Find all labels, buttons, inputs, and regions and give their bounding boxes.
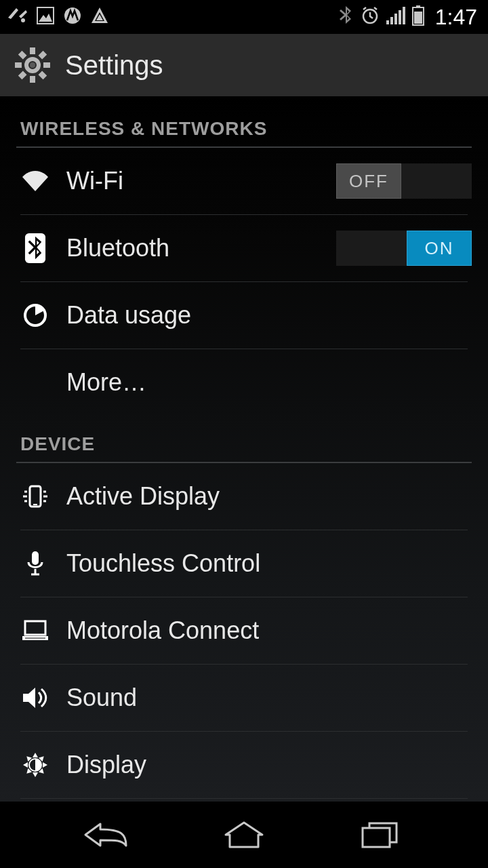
svg-rect-11 xyxy=(399,10,401,24)
svg-rect-10 xyxy=(394,14,397,24)
navigation-bar xyxy=(0,802,488,868)
item-label: Bluetooth xyxy=(54,234,336,262)
motorola-icon xyxy=(64,7,81,27)
svg-marker-43 xyxy=(23,762,28,768)
page-title: Settings xyxy=(65,50,163,81)
signal-icon xyxy=(386,7,405,27)
svg-rect-21 xyxy=(30,76,35,83)
item-label: Wi-Fi xyxy=(54,167,336,195)
wifi-icon xyxy=(16,170,54,192)
battery-icon xyxy=(412,5,424,28)
svg-rect-9 xyxy=(390,17,393,24)
microphone-icon xyxy=(16,550,54,577)
data-usage-icon xyxy=(16,303,54,328)
recents-button[interactable] xyxy=(346,814,413,855)
svg-rect-28 xyxy=(30,486,41,507)
status-left xyxy=(7,7,108,27)
svg-rect-19 xyxy=(43,62,50,68)
brightness-icon xyxy=(16,752,54,778)
svg-rect-8 xyxy=(386,20,389,24)
active-display-icon xyxy=(16,484,54,509)
bluetooth-icon xyxy=(16,233,54,263)
svg-marker-41 xyxy=(33,772,38,777)
section-header-wireless: WIRELESS & NETWORKS xyxy=(0,100,488,146)
item-motorola-connect[interactable]: Motorola Connect xyxy=(0,597,488,664)
wifi-toggle[interactable]: OFF xyxy=(336,163,472,199)
svg-rect-33 xyxy=(25,621,45,635)
item-label: Touchless Control xyxy=(54,549,472,578)
clock: 1:47 xyxy=(435,5,477,30)
laptop-icon xyxy=(16,620,54,642)
svg-rect-29 xyxy=(33,504,37,505)
item-data-usage[interactable]: Data usage xyxy=(0,282,488,349)
section-header-device: DEVICE xyxy=(0,416,488,462)
triangle-icon xyxy=(91,7,108,27)
toggle-knob: OFF xyxy=(336,163,401,199)
svg-rect-22 xyxy=(18,71,27,79)
svg-rect-18 xyxy=(38,51,47,60)
alarm-icon xyxy=(361,6,380,28)
svg-rect-23 xyxy=(15,62,22,68)
item-more[interactable]: More… xyxy=(0,349,488,416)
svg-marker-36 xyxy=(23,688,35,708)
warning-icon xyxy=(7,8,27,26)
item-display[interactable]: Display xyxy=(0,732,488,798)
svg-point-0 xyxy=(21,18,25,22)
item-touchless-control[interactable]: Touchless Control xyxy=(0,530,488,597)
svg-rect-20 xyxy=(38,71,47,79)
item-label: More… xyxy=(54,368,472,397)
item-label: Active Display xyxy=(54,482,472,511)
app-bar: Settings xyxy=(0,34,488,96)
status-right: 1:47 xyxy=(338,5,477,30)
divider xyxy=(20,798,468,799)
item-label: Data usage xyxy=(54,301,472,330)
svg-rect-46 xyxy=(363,828,390,847)
svg-rect-30 xyxy=(32,551,39,565)
bluetooth-toggle[interactable]: ON xyxy=(336,231,472,266)
item-wifi[interactable]: Wi-Fi OFF xyxy=(0,148,488,214)
svg-rect-15 xyxy=(414,12,422,24)
svg-rect-12 xyxy=(403,7,405,24)
svg-point-25 xyxy=(30,62,35,68)
svg-rect-17 xyxy=(30,47,35,54)
sound-icon xyxy=(16,686,54,709)
item-bluetooth[interactable]: Bluetooth ON xyxy=(0,215,488,281)
svg-marker-37 xyxy=(33,753,38,757)
back-button[interactable] xyxy=(75,814,142,855)
svg-marker-39 xyxy=(43,762,47,768)
item-label: Sound xyxy=(54,684,472,712)
settings-gear-icon xyxy=(14,46,52,84)
image-icon xyxy=(37,7,54,27)
settings-list: WIRELESS & NETWORKS Wi-Fi OFF Bluetooth … xyxy=(0,96,488,802)
toggle-knob: ON xyxy=(407,231,472,266)
svg-marker-2 xyxy=(39,14,52,22)
item-sound[interactable]: Sound xyxy=(0,665,488,731)
item-label: Display xyxy=(54,751,472,779)
item-active-display[interactable]: Active Display xyxy=(0,463,488,530)
status-bar: 1:47 xyxy=(0,0,488,34)
bluetooth-status-icon xyxy=(338,6,354,28)
home-button[interactable] xyxy=(210,814,278,855)
item-label: Motorola Connect xyxy=(54,616,472,645)
svg-rect-24 xyxy=(18,51,27,60)
